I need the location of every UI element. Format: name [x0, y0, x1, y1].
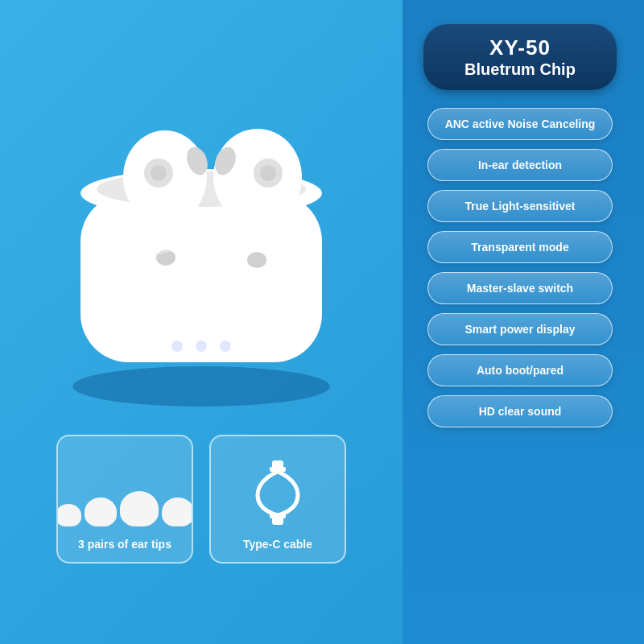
- svg-point-0: [72, 366, 330, 407]
- svg-point-16: [171, 341, 183, 352]
- feature-pill-4: Master-slave switch: [427, 272, 613, 304]
- svg-rect-23: [272, 517, 283, 525]
- svg-point-12: [247, 252, 266, 268]
- left-panel: 3 pairs of ear tips Type-C cable: [0, 0, 402, 644]
- accessories-row: 3 pairs of ear tips Type-C cable: [32, 435, 370, 564]
- main-container: 3 pairs of ear tips Type-C cable: [0, 0, 644, 644]
- feature-pill-2: True Light-sensitivet: [427, 190, 613, 222]
- svg-point-9: [151, 165, 167, 181]
- feature-pill-3: Transparent mode: [427, 231, 613, 263]
- feature-pill-7: HD clear sound: [427, 395, 613, 427]
- earbuds-svg: [40, 48, 362, 419]
- title-line1: XY-50: [448, 35, 592, 60]
- right-panel: XY-50 Bluetrum Chip ANC active Noise Can…: [402, 0, 644, 644]
- cable-svg: [246, 459, 310, 531]
- earbuds-image-area: [32, 40, 370, 427]
- feature-pill-6: Auto boot/pared: [427, 354, 613, 386]
- svg-rect-1: [80, 193, 322, 362]
- svg-point-15: [260, 165, 276, 181]
- cable-label: Type-C cable: [243, 538, 312, 551]
- feature-pill-5: Smart power display: [427, 313, 613, 345]
- feature-pill-1: In-ear detection: [427, 149, 613, 181]
- ear-tips-label: 3 pairs of ear tips: [78, 538, 171, 551]
- cable-box: Type-C cable: [209, 435, 346, 564]
- title-badge: XY-50 Bluetrum Chip: [423, 24, 617, 90]
- title-line2: Bluetrum Chip: [448, 60, 592, 79]
- feature-pill-0: ANC active Noise Canceling: [427, 108, 613, 140]
- ear-tips-box: 3 pairs of ear tips: [56, 435, 193, 564]
- svg-point-17: [196, 341, 207, 352]
- svg-point-18: [220, 341, 231, 352]
